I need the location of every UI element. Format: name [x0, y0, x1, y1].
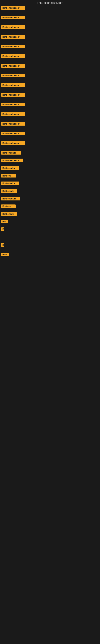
bottleneck-badge: Bottleneck result: [1, 45, 25, 48]
bottleneck-badge: B: [1, 228, 4, 231]
bottleneck-badge: Bott: [1, 253, 9, 256]
bottleneck-badge: Bottlene: [1, 204, 16, 208]
bottleneck-badge: Bottleneck result: [1, 74, 25, 77]
bottleneck-item: Bottleneck result: [1, 74, 100, 77]
bottleneck-badge: Bottleneck re: [1, 197, 20, 200]
bottleneck-item: Bottleneck re: [1, 197, 100, 200]
bottleneck-item: Bottlene: [1, 204, 100, 208]
bottleneck-item: Bottleneck: [1, 189, 100, 193]
bottleneck-item: Bottleneck result: [1, 158, 100, 162]
bottleneck-badge: Bottleneck result: [1, 141, 25, 145]
bottleneck-item: Bott: [1, 253, 100, 256]
bottleneck-badge: Bottleneck re: [1, 151, 21, 154]
bottleneck-badge: Bottleneck result: [1, 132, 25, 135]
bottleneck-item: Bottleneck result: [1, 93, 100, 96]
bottleneck-badge: Bottleneck result: [1, 83, 25, 87]
bottleneck-item: B: [1, 228, 100, 231]
bottleneck-item: Bottleneck result: [1, 25, 100, 29]
bottleneck-item: Bot: [1, 220, 100, 224]
bottleneck-item: Bottleneck result: [1, 16, 100, 19]
bottleneck-item: Bottlene: [1, 174, 100, 178]
bottleneck-item: Bottleneck result: [1, 54, 100, 58]
bottleneck-item: B: [1, 243, 100, 247]
bottleneck-badge: Bottleneck result: [1, 112, 25, 116]
bottleneck-item: Bottleneck result: [1, 64, 100, 68]
bottleneck-item: Bottleneck result: [1, 35, 100, 39]
bottleneck-item: Bottleneck result: [1, 122, 100, 126]
bottleneck-item: Bottleneck r: [1, 182, 100, 185]
bottleneck-badge: B: [1, 243, 4, 247]
bottleneck-badge: Bottleneck result: [1, 25, 25, 29]
bottleneck-item: Bottleneck result: [1, 141, 100, 145]
bottleneck-badge: Bottleneck result: [1, 16, 25, 19]
bottleneck-item: Bottleneck result: [1, 112, 100, 116]
bottleneck-badge: Bottleneck r: [1, 182, 19, 185]
bottleneck-item: Bottleneck result: [1, 45, 100, 48]
bottleneck-item: Bottleneck: [1, 212, 100, 216]
bottleneck-item: Bottleneck r: [1, 166, 100, 170]
bottleneck-badge: Bottleneck result: [1, 122, 25, 126]
bottleneck-badge: Bottleneck result: [1, 54, 25, 58]
bottleneck-badge: Bottleneck result: [1, 103, 25, 106]
bottleneck-badge: Bot: [1, 220, 8, 224]
bottleneck-item: Bottleneck result: [1, 103, 100, 106]
bottleneck-badge: Bottleneck: [1, 212, 17, 216]
bottleneck-badge: Bottleneck result: [1, 93, 25, 96]
bottleneck-badge: Bottleneck result: [1, 35, 25, 39]
bottleneck-badge: Bottlene: [1, 174, 16, 178]
site-title: TheBottlenecker.com: [0, 0, 100, 5]
bottleneck-item: Bottleneck result: [1, 83, 100, 87]
bottleneck-item: Bottleneck result: [1, 6, 100, 10]
bottleneck-badge: Bottleneck r: [1, 166, 19, 170]
bottleneck-badge: Bottleneck result: [1, 64, 25, 68]
bottleneck-badge: Bottleneck result: [1, 158, 23, 162]
bottleneck-item: Bottleneck result: [1, 132, 100, 135]
bottleneck-badge: Bottleneck: [1, 189, 17, 193]
bottleneck-item: Bottleneck re: [1, 151, 100, 154]
bottleneck-badge: Bottleneck result: [1, 6, 25, 10]
